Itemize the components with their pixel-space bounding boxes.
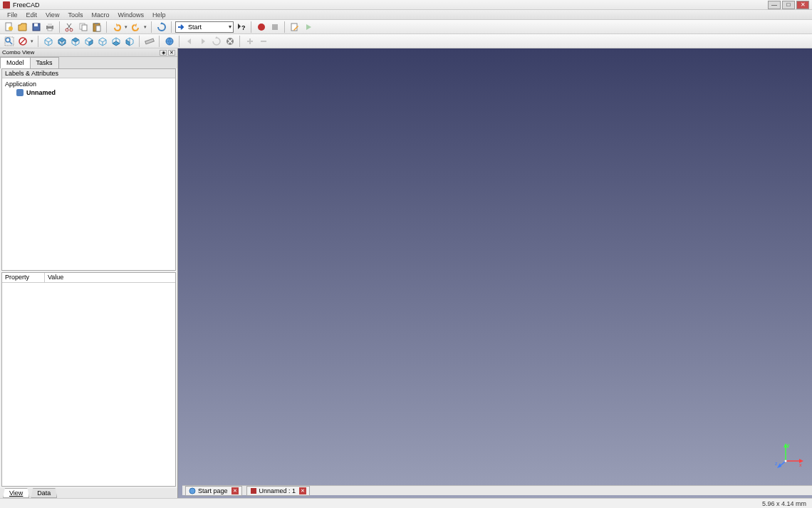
svg-rect-13 <box>96 26 100 31</box>
zoom-out-icon[interactable] <box>257 35 269 47</box>
3d-viewport[interactable]: y x z <box>178 48 812 498</box>
macro-record-icon[interactable] <box>255 21 267 33</box>
zoom-in-icon[interactable] <box>244 35 256 47</box>
axis-x-label: x <box>799 462 802 467</box>
svg-point-29 <box>189 488 195 494</box>
menu-tools[interactable]: Tools <box>63 11 87 19</box>
combo-tabs: Model Tasks <box>0 57 177 68</box>
tree-panel: Labels & Attributes Application Unnamed <box>1 68 176 271</box>
property-header: Property Value <box>2 273 175 283</box>
view-top-icon[interactable] <box>69 35 81 47</box>
paste-icon[interactable] <box>90 21 103 33</box>
cut-icon[interactable] <box>63 21 76 33</box>
menu-windows[interactable]: Windows <box>113 11 148 19</box>
svg-point-15 <box>258 24 265 31</box>
view-right-icon[interactable] <box>83 35 95 47</box>
panel-close-icon[interactable]: ✕ <box>168 50 175 56</box>
nav-forward-icon[interactable] <box>197 35 209 47</box>
print-icon[interactable] <box>43 21 56 33</box>
svg-text:?: ? <box>241 24 246 31</box>
close-button[interactable]: ✕ <box>796 1 809 9</box>
tree-item-unnamed[interactable]: Unnamed <box>5 88 172 97</box>
draw-style-icon[interactable] <box>16 35 28 47</box>
tree-body: Application Unnamed <box>2 78 175 270</box>
undo-icon[interactable] <box>110 21 123 33</box>
doc-tab-label: Start page <box>198 487 228 494</box>
nav-reload-icon[interactable] <box>210 35 222 47</box>
view-bottom-icon[interactable] <box>110 35 122 47</box>
measure-icon[interactable] <box>143 35 155 47</box>
view-left-icon[interactable] <box>123 35 135 47</box>
toolbar-row-1: ▾ ▾ Start ▾ ? <box>0 20 812 34</box>
globe-icon <box>189 487 196 494</box>
chevron-down-icon: ▾ <box>229 24 231 30</box>
tree-item-label: Unnamed <box>26 89 56 96</box>
web-home-icon[interactable] <box>163 35 175 47</box>
titlebar: FreeCAD — □ ✕ <box>0 0 812 10</box>
tab-view[interactable]: View <box>3 488 29 498</box>
menubar: File Edit View Tools Macro Windows Help <box>0 10 812 20</box>
svg-rect-12 <box>95 23 98 24</box>
doc-tab-start-page[interactable]: Start page ✕ <box>185 486 242 496</box>
macro-edit-icon[interactable] <box>288 21 301 33</box>
nav-stop-icon[interactable] <box>224 35 236 47</box>
view-front-icon[interactable] <box>56 35 68 47</box>
menu-file[interactable]: File <box>3 11 22 19</box>
new-document-icon[interactable] <box>3 21 15 33</box>
main-area: Combo View ◈ ✕ Model Tasks Labels & Attr… <box>0 48 812 498</box>
workbench-label: Start <box>188 24 202 31</box>
combo-view-header: Combo View ◈ ✕ <box>0 48 177 57</box>
doc-tab-close-icon[interactable]: ✕ <box>231 487 239 494</box>
doc-tab-close-icon[interactable]: ✕ <box>299 487 306 494</box>
minimize-button[interactable]: — <box>768 1 781 9</box>
tab-model[interactable]: Model <box>0 57 31 68</box>
tree-header: Labels & Attributes <box>2 69 175 78</box>
axis-y-label: y <box>787 442 790 448</box>
open-document-icon[interactable] <box>16 21 28 33</box>
combo-view-panel: Combo View ◈ ✕ Model Tasks Labels & Attr… <box>0 48 178 498</box>
redo-dropdown-icon[interactable]: ▾ <box>143 21 147 33</box>
redo-icon[interactable] <box>130 21 142 33</box>
document-tab-bar: Start page ✕ Unnamed : 1 ✕ <box>182 485 812 495</box>
copy-icon[interactable] <box>77 21 89 33</box>
svg-rect-22 <box>145 38 154 44</box>
svg-point-1 <box>9 26 13 31</box>
menu-help[interactable]: Help <box>148 11 170 19</box>
property-body <box>2 283 175 486</box>
menu-edit[interactable]: Edit <box>22 11 42 19</box>
refresh-icon[interactable] <box>155 21 167 33</box>
draw-style-dropdown-icon[interactable]: ▾ <box>30 35 34 47</box>
macro-stop-icon[interactable] <box>269 21 281 33</box>
freecad-doc-icon <box>250 487 257 494</box>
menu-macro[interactable]: Macro <box>87 11 113 19</box>
svg-rect-5 <box>48 24 52 26</box>
panel-undock-icon[interactable]: ◈ <box>160 50 167 56</box>
toolbar-row-2: ▾ <box>0 34 812 48</box>
tab-tasks[interactable]: Tasks <box>30 57 59 68</box>
save-document-icon[interactable] <box>30 21 42 33</box>
nav-back-icon[interactable] <box>183 35 195 47</box>
doc-tab-label: Unnamed : 1 <box>259 487 296 494</box>
tree-root-application[interactable]: Application <box>5 80 172 88</box>
fit-all-icon[interactable] <box>3 35 15 47</box>
document-icon <box>16 89 24 96</box>
axis-gizmo: y x z <box>775 441 803 470</box>
workbench-selector[interactable]: Start ▾ <box>175 21 234 33</box>
property-tabs: View Data <box>0 488 177 498</box>
whatsthis-icon[interactable]: ? <box>235 21 247 33</box>
combo-view-title: Combo View <box>2 49 34 56</box>
svg-point-28 <box>785 460 787 462</box>
doc-tab-unnamed[interactable]: Unnamed : 1 ✕ <box>246 486 311 496</box>
svg-rect-6 <box>48 28 52 31</box>
property-col-value: Value <box>45 273 66 282</box>
maximize-button[interactable]: □ <box>782 1 795 9</box>
view-isometric-icon[interactable] <box>42 35 54 47</box>
undo-dropdown-icon[interactable]: ▾ <box>124 21 128 33</box>
tab-data[interactable]: Data <box>31 488 57 498</box>
menu-view[interactable]: View <box>41 11 63 19</box>
macro-play-icon[interactable] <box>302 21 314 33</box>
view-rear-icon[interactable] <box>96 35 108 47</box>
axis-z-label: z <box>775 461 778 466</box>
property-panel: Property Value <box>1 272 176 487</box>
svg-rect-16 <box>272 24 278 30</box>
